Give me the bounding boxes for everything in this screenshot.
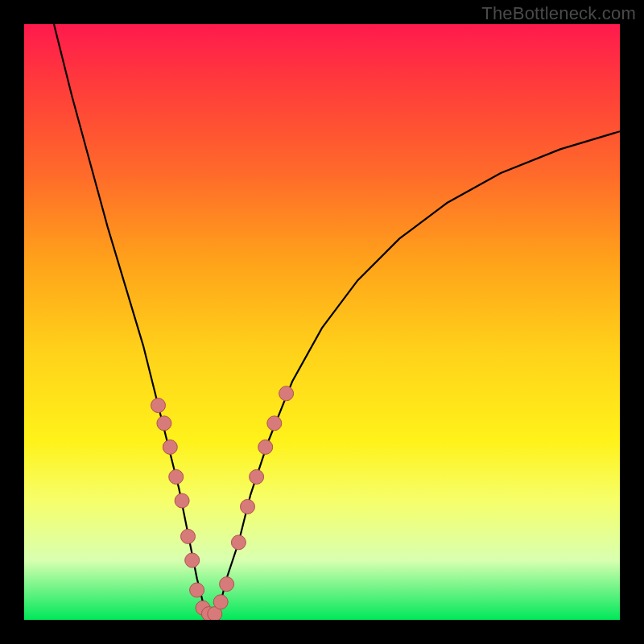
highlight-dots (151, 386, 294, 620)
dot (220, 577, 234, 592)
dot (241, 499, 255, 514)
dot (213, 595, 228, 609)
dot (267, 416, 282, 431)
dot (258, 440, 273, 454)
dot (169, 469, 184, 484)
dot (181, 529, 196, 543)
chart-svg (24, 24, 620, 620)
dot (185, 553, 200, 568)
bottleneck-curve (54, 24, 620, 614)
dot (151, 398, 166, 413)
dot (279, 386, 294, 401)
chart-frame: TheBottleneck.com (0, 0, 644, 644)
attribution-text: TheBottleneck.com (481, 3, 636, 24)
dot (163, 440, 177, 454)
dot (231, 535, 246, 550)
dot (157, 416, 171, 431)
dot (250, 469, 264, 484)
dot (190, 583, 204, 597)
dot (175, 493, 189, 508)
